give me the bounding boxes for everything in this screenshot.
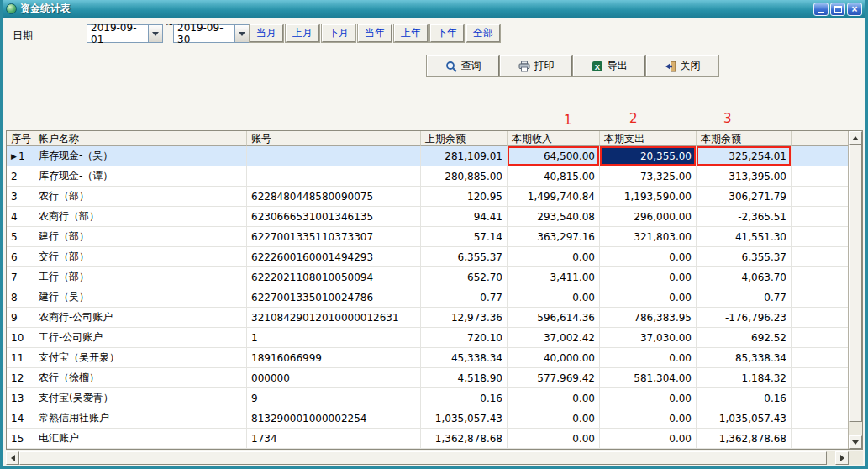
table-cell[interactable]: 12	[7, 368, 34, 388]
table-cell[interactable]: 9	[7, 308, 34, 328]
table-cell[interactable]: 7	[7, 267, 34, 287]
table-cell[interactable]: 0.00	[508, 247, 600, 267]
table-cell[interactable]: 6	[7, 247, 34, 267]
table-row[interactable]: 2库存现金-（谭）-280,885.0040,815.0073,325.00-3…	[7, 166, 848, 187]
table-cell[interactable]: 293,540.08	[508, 207, 600, 227]
table-cell[interactable]: 电汇账户	[34, 429, 247, 449]
column-header-6[interactable]: 本期支出	[600, 131, 697, 146]
dropdown-arrow-icon[interactable]	[148, 25, 162, 42]
table-cell[interactable]: 0.00	[600, 429, 697, 449]
table-cell[interactable]: 建行（吴）	[34, 287, 247, 308]
table-cell[interactable]: 常熟信用社账户	[34, 408, 247, 429]
table-cell[interactable]: 0.77	[421, 287, 508, 308]
table-cell[interactable]: 13	[7, 388, 34, 408]
maximize-button[interactable]	[830, 3, 845, 16]
table-cell[interactable]: 120.95	[421, 187, 508, 207]
table-cell[interactable]: 6222600160001494293	[247, 247, 421, 267]
table-row[interactable]: 4农商行（部）623066653100134613594.41293,540.0…	[7, 207, 848, 227]
date-from-combo[interactable]: 2019-09-01	[87, 24, 163, 43]
table-cell[interactable]: 45,338.34	[421, 348, 508, 368]
table-cell[interactable]: 0.00	[508, 287, 600, 308]
table-row[interactable]: 10工行-公司账户1720.1037,002.4237,030.00692.52	[7, 328, 848, 348]
table-cell[interactable]: 6230666531001346135	[247, 207, 421, 227]
query-button[interactable]: 查询	[427, 55, 499, 76]
table-row[interactable]: 6交行（部）62226001600014942936,355.370.000.0…	[7, 247, 848, 267]
table-cell[interactable]: -280,885.00	[421, 166, 508, 187]
table-cell[interactable]: 9	[247, 388, 421, 408]
table-cell[interactable]: 596,614.36	[508, 308, 600, 328]
table-cell[interactable]: 6222021108010050094	[247, 267, 421, 287]
table-cell[interactable]: 32108429012010000012631	[247, 308, 421, 328]
table-cell[interactable]: 6,355.37	[421, 247, 508, 267]
column-header-5[interactable]: 本期收入	[508, 131, 600, 146]
table-cell[interactable]: 37,002.42	[508, 328, 600, 348]
table-cell[interactable]: -2,365.51	[697, 207, 792, 227]
table-cell[interactable]: 3,411.00	[508, 267, 600, 287]
table-cell[interactable]: 40,000.00	[508, 348, 600, 368]
table-row[interactable]: 13支付宝(吴爱青）90.160.000.000.16	[7, 388, 848, 408]
table-cell[interactable]: 296,000.00	[600, 207, 697, 227]
horizontal-scrollbar[interactable]	[6, 451, 863, 465]
table-row[interactable]: ▶1库存现金-（吴）281,109.0164,500.0020,355.0032…	[7, 146, 848, 166]
table-cell[interactable]: 57.14	[421, 227, 508, 247]
column-header-1[interactable]: 序号	[7, 131, 34, 146]
table-cell[interactable]: 15	[7, 429, 34, 449]
table-cell[interactable]	[247, 166, 421, 187]
table-cell[interactable]: 库存现金-（吴）	[34, 146, 247, 166]
table-cell[interactable]: 建行（部）	[34, 227, 247, 247]
table-cell[interactable]: 786,383.95	[600, 308, 697, 328]
table-cell[interactable]: 农行（徐榴）	[34, 368, 247, 388]
table-cell[interactable]: 农行（部）	[34, 187, 247, 207]
table-cell[interactable]: 工行（部）	[34, 267, 247, 287]
table-cell[interactable]: 306,271.79	[697, 187, 792, 207]
table-cell[interactable]: 64,500.00	[508, 146, 600, 166]
scroll-down-button[interactable]	[849, 435, 862, 449]
table-row[interactable]: 15电汇账户17341,362,878.680.000.001,362,878.…	[7, 429, 848, 449]
table-cell[interactable]: 85,338.34	[697, 348, 792, 368]
table-cell[interactable]: -313,395.00	[697, 166, 792, 187]
table-cell[interactable]: 2	[7, 166, 34, 187]
table-cell[interactable]: 0.00	[508, 388, 600, 408]
quick-filter-button-5[interactable]: 上年	[394, 24, 428, 42]
table-cell[interactable]: 321,803.00	[600, 227, 697, 247]
table-cell[interactable]: 支付宝（吴开泉）	[34, 348, 247, 368]
quick-filter-button-3[interactable]: 下月	[322, 24, 355, 42]
table-cell[interactable]: 库存现金-（谭）	[34, 166, 247, 187]
table-cell[interactable]: 40,815.00	[508, 166, 600, 187]
table-cell[interactable]: 0.00	[600, 408, 697, 429]
table-cell[interactable]: 1,499,740.84	[508, 187, 600, 207]
table-cell[interactable]: 1	[247, 328, 421, 348]
table-cell[interactable]: 10	[7, 328, 34, 348]
table-cell[interactable]: 0.16	[697, 388, 792, 408]
table-cell[interactable]: 交行（部）	[34, 247, 247, 267]
table-row[interactable]: 3农行（部）6228480448580090075120.951,499,740…	[7, 187, 848, 207]
table-row[interactable]: 11支付宝（吴开泉）1891606699945,338.3440,000.000…	[7, 348, 848, 368]
table-cell[interactable]: 0.00	[600, 287, 697, 308]
table-row[interactable]: 9农商行-公司账户3210842901201000001263112,973.3…	[7, 308, 848, 328]
table-cell[interactable]: 1,193,590.00	[600, 187, 697, 207]
minimize-button[interactable]	[813, 3, 829, 16]
column-header-4[interactable]: 上期余额	[421, 131, 508, 146]
date-to-combo[interactable]: 2019-09-30	[173, 24, 250, 43]
table-cell[interactable]: 农商行（部）	[34, 207, 247, 227]
column-header-2[interactable]: 帐户名称	[34, 131, 247, 146]
table-cell[interactable]: 94.41	[421, 207, 508, 227]
table-cell[interactable]: 6,355.37	[697, 247, 792, 267]
table-cell[interactable]: 73,325.00	[600, 166, 697, 187]
table-cell[interactable]: 4,063.70	[697, 267, 792, 287]
column-header-3[interactable]: 账号	[247, 131, 421, 146]
table-cell[interactable]: 41,551.30	[697, 227, 792, 247]
scroll-up-button[interactable]	[849, 131, 862, 145]
table-cell[interactable]: 0.00	[600, 267, 697, 287]
table-cell[interactable]: ▶1	[7, 146, 34, 166]
table-cell[interactable]: 14	[7, 408, 34, 429]
quick-filter-button-2[interactable]: 上月	[286, 24, 319, 42]
close-button[interactable]: 关闭	[646, 55, 718, 76]
table-cell[interactable]: 577,969.42	[508, 368, 600, 388]
table-cell[interactable]: 363,297.16	[508, 227, 600, 247]
quick-filter-button-4[interactable]: 当年	[358, 24, 392, 42]
vertical-scrollbar[interactable]	[848, 131, 862, 449]
table-cell[interactable]: 325,254.01	[697, 146, 792, 166]
table-cell[interactable]: 6227001335010024786	[247, 287, 421, 308]
table-cell[interactable]: 4,518.90	[421, 368, 508, 388]
